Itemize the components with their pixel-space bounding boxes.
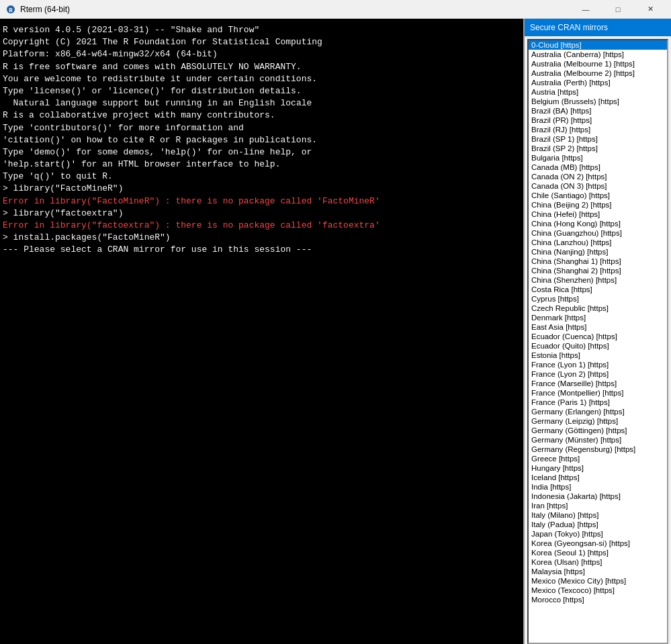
mirror-list-item[interactable]: Austria [https]	[529, 87, 667, 97]
maximize-button[interactable]: □	[602, 0, 633, 19]
mirror-list-item[interactable]: Malaysia [https]	[529, 567, 667, 576]
terminal-line: 'citation()' on how to cite R or R packa…	[3, 134, 521, 146]
terminal-line: R is a collaborative project with many c…	[3, 109, 521, 122]
mirror-list-item[interactable]: 0-Cloud [https]	[529, 40, 667, 50]
mirror-list-item[interactable]: China (Nanjing) [https]	[529, 247, 667, 257]
mirror-list-item[interactable]: Germany (Leipzig) [https]	[529, 416, 667, 426]
mirror-list-item[interactable]: Mexico (Mexico City) [https]	[529, 576, 667, 586]
terminal-line: Type 'q()' to quit R.	[3, 171, 521, 183]
mirror-list-item[interactable]: Greece [https]	[529, 454, 667, 463]
terminal-line: > install.packages("FactoMineR")	[3, 232, 521, 244]
mirror-list: 0-Cloud [https]Australia (Canberra) [htt…	[529, 40, 667, 604]
terminal-line: Error in library("FactoMineR") : there i…	[3, 195, 521, 208]
mirror-list-item[interactable]: China (Lanzhou) [https]	[529, 238, 667, 247]
mirror-list-item[interactable]: Bulgaria [https]	[529, 153, 667, 163]
mirror-list-item[interactable]: France (Marseille) [https]	[529, 379, 667, 388]
terminal-line: You are welcome to redistribute it under…	[3, 73, 521, 85]
mirror-list-item[interactable]: China (Shanghai 1) [https]	[529, 257, 667, 266]
mirror-list-item[interactable]: East Asia [https]	[529, 322, 667, 332]
terminal-line: --- Please select a CRAN mirror for use …	[3, 244, 521, 256]
mirror-list-item[interactable]: China (Hefei) [https]	[529, 210, 667, 219]
mirror-list-item[interactable]: Japan (Tokyo) [https]	[529, 529, 667, 539]
mirror-list-item[interactable]: Australia (Melbourne 2) [https]	[529, 68, 667, 78]
mirror-list-item[interactable]: Germany (Göttingen) [https]	[529, 426, 667, 435]
mirror-list-item[interactable]: Czech Republic [https]	[529, 304, 667, 313]
mirror-list-item[interactable]: Costa Rica [https]	[529, 285, 667, 294]
mirror-list-item[interactable]: India [https]	[529, 482, 667, 492]
mirror-list-container[interactable]: 0-Cloud [https]Australia (Canberra) [htt…	[527, 39, 668, 644]
mirror-list-item[interactable]: Australia (Melbourne 1) [https]	[529, 59, 667, 68]
app-icon: R	[5, 4, 16, 15]
mirror-list-item[interactable]: Canada (ON 3) [https]	[529, 181, 667, 191]
mirror-list-item[interactable]: Brazil (BA) [https]	[529, 106, 667, 116]
mirror-list-item[interactable]: France (Paris 1) [https]	[529, 398, 667, 407]
mirror-list-item[interactable]: Italy (Padua) [https]	[529, 520, 667, 529]
mirror-list-item[interactable]: Belgium (Brussels) [https]	[529, 97, 667, 106]
mirror-list-item[interactable]: Indonesia (Jakarta) [https]	[529, 492, 667, 501]
terminal-line: Error in library("factoextra") : there i…	[3, 220, 521, 232]
mirror-list-item[interactable]: Hungary [https]	[529, 463, 667, 473]
mirror-list-item[interactable]: China (Hong Kong) [https]	[529, 219, 667, 228]
terminal-line: Type 'demo()' for some demos, 'help()' f…	[3, 146, 521, 158]
mirror-list-item[interactable]: Italy (Milano) [https]	[529, 510, 667, 520]
window-title: Rterm (64-bit)	[20, 5, 70, 14]
mirror-list-item[interactable]: Korea (Gyeongsan-si) [https]	[529, 539, 667, 548]
mirror-list-item[interactable]: Canada (ON 2) [https]	[529, 172, 667, 181]
mirror-list-item[interactable]: China (Shanghai 2) [https]	[529, 266, 667, 275]
mirror-list-item[interactable]: France (Lyon 2) [https]	[529, 369, 667, 379]
mirror-list-item[interactable]: France (Montpellier) [https]	[529, 388, 667, 398]
mirror-list-item[interactable]: Mexico (Texcoco) [https]	[529, 586, 667, 595]
svg-text:R: R	[9, 7, 13, 14]
title-bar: R Rterm (64-bit) — □ ✕	[0, 0, 671, 19]
mirror-list-item[interactable]: France (Lyon 1) [https]	[529, 360, 667, 369]
mirror-list-item[interactable]: Canada (MB) [https]	[529, 163, 667, 172]
mirror-list-item[interactable]: Brazil (RJ) [https]	[529, 125, 667, 134]
terminal-line: Copyright (C) 2021 The R Foundation for …	[3, 36, 521, 48]
terminal-line: > library("FactoMineR")	[3, 183, 521, 195]
mirror-list-item[interactable]: China (Shenzhen) [https]	[529, 275, 667, 285]
mirror-list-item[interactable]: Korea (Seoul 1) [https]	[529, 548, 667, 557]
mirror-list-item[interactable]: Brazil (SP 2) [https]	[529, 144, 667, 153]
terminal-line: Platform: x86_64-w64-mingw32/x64 (64-bit…	[3, 48, 521, 60]
mirror-list-item[interactable]: Ecuador (Quito) [https]	[529, 341, 667, 351]
minimize-button[interactable]: —	[570, 0, 601, 19]
terminal-output: R version 4.0.5 (2021-03-31) -- "Shake a…	[0, 19, 523, 644]
terminal-line: > library("factoextra")	[3, 208, 521, 220]
mirror-list-item[interactable]: China (Beijing 2) [https]	[529, 200, 667, 210]
main-container: R version 4.0.5 (2021-03-31) -- "Shake a…	[0, 19, 671, 644]
close-button[interactable]: ✕	[635, 0, 666, 19]
terminal-line: Type 'license()' or 'licence()' for dist…	[3, 85, 521, 97]
mirror-list-item[interactable]: China (Guangzhou) [https]	[529, 228, 667, 238]
mirror-list-item[interactable]: Korea (Ulsan) [https]	[529, 557, 667, 567]
mirror-list-item[interactable]: Brazil (PR) [https]	[529, 116, 667, 125]
mirror-list-item[interactable]: Morocco [https]	[529, 595, 667, 604]
terminal-line: R is free software and comes with ABSOLU…	[3, 61, 521, 73]
dialog-title: Secure CRAN mirrors	[525, 19, 671, 36]
terminal-line: Natural language support but running in …	[3, 97, 521, 109]
mirror-list-item[interactable]: Estonia [https]	[529, 351, 667, 360]
mirror-list-item[interactable]: Iceland [https]	[529, 473, 667, 482]
mirror-list-item[interactable]: Cyprus [https]	[529, 294, 667, 304]
terminal-line: 'help.start()' for an HTML browser inter…	[3, 158, 521, 171]
mirror-list-item[interactable]: Denmark [https]	[529, 313, 667, 322]
window-controls: — □ ✕	[570, 0, 666, 19]
mirror-list-item[interactable]: Chile (Santiago) [https]	[529, 191, 667, 200]
mirror-list-item[interactable]: Germany (Regensburg) [https]	[529, 445, 667, 454]
terminal-line: R version 4.0.5 (2021-03-31) -- "Shake a…	[3, 24, 521, 36]
mirror-list-item[interactable]: Brazil (SP 1) [https]	[529, 134, 667, 144]
mirror-list-item[interactable]: Germany (Münster) [https]	[529, 435, 667, 445]
mirror-list-item[interactable]: Germany (Erlangen) [https]	[529, 407, 667, 416]
mirror-list-item[interactable]: Iran [https]	[529, 501, 667, 510]
cran-mirror-dialog: Secure CRAN mirrors 0-Cloud [https]Austr…	[523, 19, 671, 644]
terminal-line: Type 'contributors()' for more informati…	[3, 122, 521, 134]
mirror-list-item[interactable]: Australia (Canberra) [https]	[529, 50, 667, 59]
mirror-list-item[interactable]: Australia (Perth) [https]	[529, 78, 667, 87]
mirror-list-item[interactable]: Ecuador (Cuenca) [https]	[529, 332, 667, 341]
